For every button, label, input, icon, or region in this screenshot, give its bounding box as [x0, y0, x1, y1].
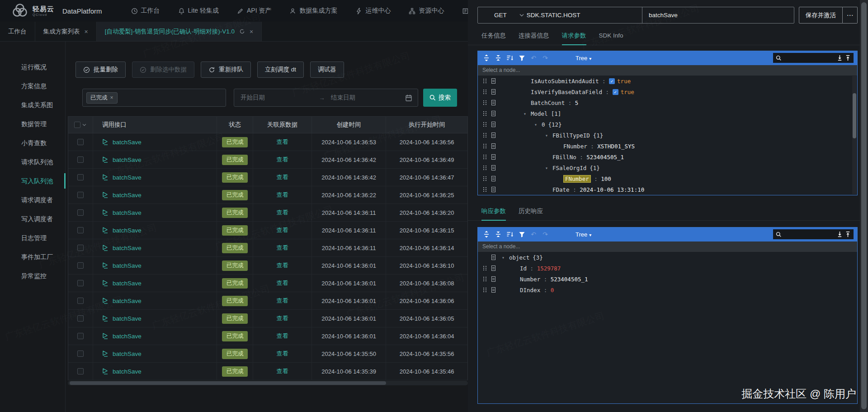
filter-icon[interactable] — [517, 229, 527, 239]
json-value[interactable]: true — [621, 89, 634, 95]
workspace-tab-1[interactable]: 集成方案列表× — [35, 22, 97, 41]
expand-toggle-icon[interactable]: ▾ — [545, 166, 552, 170]
boolean-checkbox[interactable]: ✓ — [609, 78, 615, 84]
drag-handle-icon[interactable] — [483, 187, 487, 192]
view-source-link[interactable]: 查看 — [276, 297, 288, 305]
start-date-input[interactable]: 开始日期 — [241, 94, 313, 102]
drag-handle-icon[interactable] — [483, 276, 487, 282]
api-name-link[interactable]: batchSave — [113, 156, 142, 163]
view-source-link[interactable]: 查看 — [276, 138, 288, 146]
api-name-link[interactable]: batchSave — [113, 315, 142, 322]
row-checkbox[interactable] — [77, 350, 84, 357]
json-value[interactable]: 5 — [575, 99, 579, 106]
json-key[interactable]: 0 — [542, 121, 545, 128]
row-checkbox[interactable] — [77, 298, 84, 304]
drag-handle-icon[interactable] — [483, 165, 487, 170]
tab-连接器信息[interactable]: 连接器信息 — [519, 27, 549, 45]
sort-icon[interactable] — [505, 229, 515, 239]
filter-icon[interactable] — [517, 53, 527, 63]
row-checkbox[interactable] — [77, 192, 84, 198]
json-search-input[interactable] — [773, 53, 854, 63]
editor-scrollbar[interactable] — [852, 76, 857, 194]
view-source-link[interactable]: 查看 — [276, 350, 288, 358]
sidebar-item-运行概况[interactable]: 运行概况 — [0, 57, 65, 76]
nav-item-数据集成方案[interactable]: 数据集成方案 — [289, 7, 337, 15]
view-source-link[interactable]: 查看 — [276, 314, 288, 322]
json-key[interactable]: Model — [531, 110, 548, 117]
drag-handle-icon[interactable] — [483, 122, 487, 127]
toolbar-button-重新排队[interactable]: 重新排队 — [201, 62, 251, 78]
sidebar-item-方案信息[interactable]: 方案信息 — [0, 76, 65, 95]
sidebar-item-集成关系图[interactable]: 集成关系图 — [0, 95, 65, 114]
api-name-link[interactable]: batchSave — [113, 192, 142, 199]
tab-close-icon[interactable]: × — [250, 28, 253, 35]
sidebar-item-写入队列池[interactable]: 写入队列池 — [0, 171, 65, 190]
search-next-icon[interactable] — [837, 55, 843, 61]
tab-refresh-icon[interactable] — [239, 28, 245, 34]
more-actions-button[interactable]: ⋯ — [843, 7, 858, 24]
drag-handle-icon[interactable] — [483, 176, 487, 181]
api-name-link[interactable]: batchSave — [113, 280, 142, 287]
drag-handle-icon[interactable] — [483, 265, 487, 271]
json-key[interactable]: object — [509, 254, 529, 261]
page-scroll-thumb[interactable] — [861, 2, 867, 409]
collapse-all-icon[interactable] — [493, 53, 503, 63]
end-date-input[interactable]: 结束日期 — [331, 94, 385, 102]
tab-响应参数[interactable]: 响应参数 — [481, 203, 506, 221]
tab-close-icon[interactable]: × — [85, 28, 88, 35]
row-checkbox[interactable] — [77, 139, 84, 145]
node-path-bar[interactable]: Select a node... — [478, 241, 857, 252]
view-source-link[interactable]: 查看 — [276, 279, 288, 287]
drag-handle-icon[interactable] — [483, 133, 487, 138]
api-name-link[interactable]: batchSave — [113, 368, 142, 375]
row-checkbox[interactable] — [77, 262, 84, 269]
workspace-tab-2[interactable]: [自动爱梨]-销售退货同步(已确认-明细对接)-V1.0× — [97, 22, 262, 41]
search-next-icon[interactable] — [837, 231, 843, 237]
api-name-link[interactable]: batchSave — [113, 333, 142, 340]
api-name-link[interactable]: batchSave — [113, 209, 142, 216]
expand-all-icon[interactable] — [481, 229, 491, 239]
boolean-checkbox[interactable]: ✓ — [613, 89, 618, 95]
toolbar-button-立刻调度-dt[interactable]: 立刻调度 dt — [257, 62, 304, 78]
chevron-down-icon[interactable] — [519, 14, 524, 17]
collapse-all-icon[interactable] — [493, 229, 503, 239]
json-key[interactable]: Id — [520, 265, 527, 272]
api-name-link[interactable]: batchSave — [113, 262, 142, 269]
host-value[interactable]: SDK.STATIC.HOST — [527, 12, 580, 19]
sidebar-item-小青查数[interactable]: 小青查数 — [0, 133, 65, 152]
sidebar-item-请求调度者[interactable]: 请求调度者 — [0, 190, 65, 209]
row-checkbox[interactable] — [77, 245, 84, 251]
page-scrollbar[interactable] — [860, 0, 868, 412]
drag-handle-icon[interactable] — [483, 143, 487, 149]
row-checkbox[interactable] — [77, 280, 84, 286]
api-name-link[interactable]: batchSave — [113, 174, 142, 181]
json-value[interactable]: 523404505_1 — [586, 154, 624, 161]
view-source-link[interactable]: 查看 — [276, 332, 288, 340]
sidebar-item-请求队列池[interactable]: 请求队列池 — [0, 152, 65, 171]
view-source-link[interactable]: 查看 — [276, 244, 288, 252]
view-source-link[interactable]: 查看 — [276, 367, 288, 375]
sidebar-item-写入调度者[interactable]: 写入调度者 — [0, 209, 65, 228]
nav-item-Lite-轻集成[interactable]: Lite 轻集成 — [178, 7, 219, 15]
json-key[interactable]: FNumber — [563, 143, 587, 150]
tab-SDK-Info[interactable]: SDK Info — [599, 27, 623, 45]
workspace-tab-0[interactable]: 工作台 — [0, 22, 35, 41]
select-all-checkbox[interactable] — [74, 122, 80, 128]
sidebar-item-日志管理[interactable]: 日志管理 — [0, 228, 65, 247]
json-key[interactable]: BatchCount — [531, 99, 565, 106]
tab-历史响应[interactable]: 历史响应 — [519, 203, 543, 221]
api-name-link[interactable]: batchSave — [113, 227, 142, 234]
tree-mode-select[interactable]: Tree▾ — [576, 231, 591, 238]
drag-handle-icon[interactable] — [483, 78, 487, 84]
row-checkbox[interactable] — [77, 156, 84, 163]
json-key[interactable]: FBillTypeID — [552, 132, 590, 139]
json-key[interactable]: IsVerifyBaseDataField — [531, 89, 602, 95]
expand-toggle-icon[interactable]: ▾ — [534, 122, 542, 127]
drag-handle-icon[interactable] — [483, 111, 487, 116]
nav-item-工作台[interactable]: 工作台 — [131, 7, 160, 15]
sidebar-item-事件加工厂[interactable]: 事件加工厂 — [0, 247, 65, 266]
api-name-link[interactable]: batchSave — [113, 245, 142, 251]
row-checkbox[interactable] — [77, 209, 84, 216]
json-value[interactable]: 100 — [601, 175, 611, 182]
method-host-section[interactable]: GET SDK.STATIC.HOST — [478, 7, 642, 23]
